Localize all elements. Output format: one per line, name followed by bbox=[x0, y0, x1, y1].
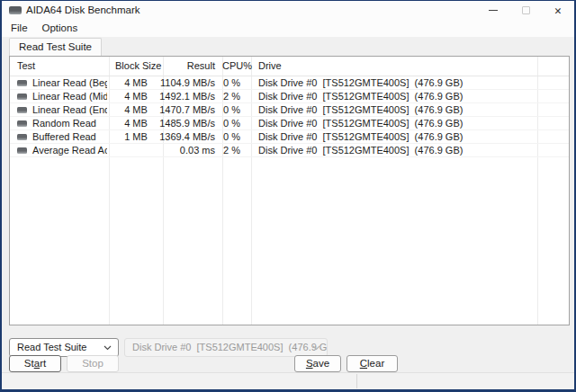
save-accel: S bbox=[306, 358, 313, 369]
window-inner: AIDA64 Disk Benchmark ✕ File Options Rea… bbox=[2, 1, 574, 389]
test-name: Random Read bbox=[32, 117, 96, 129]
table-row[interactable]: Linear Read (Middle) 4 MB 1492.1 MB/s 2 … bbox=[10, 90, 569, 103]
col-header-block-size[interactable]: Block Size bbox=[115, 57, 161, 76]
test-cell: Buffered Read bbox=[17, 130, 107, 143]
drive-cell: Disk Drive #0 [TS512GMTE400S] (476.9 GB) bbox=[258, 144, 564, 156]
drive-select-disabled: Disk Drive #0 [TS512GMTE400S] (476.9 GB) bbox=[124, 338, 328, 357]
test-name: Linear Read (End) bbox=[32, 103, 107, 116]
clear-label: lear bbox=[367, 358, 384, 369]
chevron-down-icon bbox=[104, 345, 112, 351]
table-row[interactable]: Random Read 4 MB 1485.9 MB/s 0 % Disk Dr… bbox=[10, 117, 569, 130]
test-name: Linear Read (Begin) bbox=[32, 76, 107, 89]
col-header-test[interactable]: Test bbox=[17, 57, 35, 76]
test-suite-select[interactable]: Read Test Suite bbox=[9, 338, 119, 357]
stop-label: Stop bbox=[82, 358, 104, 369]
table-row[interactable]: Average Read Access 0.03 ms 2 % Disk Dri… bbox=[10, 144, 569, 157]
menu-options[interactable]: Options bbox=[35, 20, 86, 37]
table-header: Test Block Size Result CPU% Drive bbox=[10, 57, 569, 76]
benchmark-table: Test Block Size Result CPU% Drive Linear… bbox=[9, 56, 570, 325]
stop-button: Stop bbox=[67, 355, 119, 372]
disk-icon bbox=[17, 147, 27, 154]
test-name: Buffered Read bbox=[32, 130, 96, 143]
drive-cell: Disk Drive #0 [TS512GMTE400S] (476.9 GB) bbox=[258, 90, 564, 102]
start-label: rt bbox=[40, 358, 46, 369]
test-suite-value: Read Test Suite bbox=[17, 339, 86, 356]
window-controls: ✕ bbox=[477, 1, 574, 20]
test-name: Average Read Access bbox=[32, 144, 107, 156]
cpu-cell: 0 % bbox=[181, 103, 240, 116]
cpu-cell: 0 % bbox=[181, 130, 240, 143]
test-cell: Linear Read (Begin) bbox=[17, 76, 107, 89]
app-window: AIDA64 Disk Benchmark ✕ File Options Rea… bbox=[0, 0, 576, 392]
window-title: AIDA64 Disk Benchmark bbox=[26, 1, 140, 20]
maximize-icon bbox=[522, 6, 530, 14]
chevron-down-icon bbox=[312, 345, 320, 351]
status-bar bbox=[2, 372, 574, 389]
save-label: ave bbox=[313, 358, 330, 369]
close-icon: ✕ bbox=[554, 5, 562, 16]
disk-icon bbox=[17, 80, 27, 86]
test-name: Linear Read (Middle) bbox=[32, 90, 107, 102]
tab-read-test-suite[interactable]: Read Test Suite bbox=[9, 38, 102, 56]
minimize-icon bbox=[489, 10, 498, 11]
col-header-drive[interactable]: Drive bbox=[258, 57, 282, 76]
status-bar-divider bbox=[356, 374, 357, 388]
clear-button[interactable]: Clear bbox=[346, 355, 398, 372]
maximize-button bbox=[509, 1, 542, 20]
col-header-cpu[interactable]: CPU% bbox=[222, 57, 247, 76]
drive-cell: Disk Drive #0 [TS512GMTE400S] (476.9 GB) bbox=[258, 76, 564, 89]
titlebar: AIDA64 Disk Benchmark ✕ bbox=[2, 1, 574, 20]
cpu-cell: 0 % bbox=[181, 76, 240, 89]
minimize-button[interactable] bbox=[477, 1, 509, 20]
cpu-cell: 2 % bbox=[181, 90, 240, 102]
col-header-result[interactable]: Result bbox=[163, 57, 215, 76]
drive-cell: Disk Drive #0 [TS512GMTE400S] (476.9 GB) bbox=[258, 103, 564, 116]
table-body: Linear Read (Begin) 4 MB 1104.9 MB/s 0 %… bbox=[10, 76, 569, 157]
test-cell: Linear Read (End) bbox=[17, 103, 107, 116]
drive-select-value: Disk Drive #0 [TS512GMTE400S] (476.9 GB) bbox=[132, 339, 328, 356]
disk-icon bbox=[17, 134, 27, 140]
menu-file[interactable]: File bbox=[4, 20, 35, 37]
disk-icon bbox=[17, 120, 27, 127]
disk-icon bbox=[17, 94, 27, 100]
start-button[interactable]: Start bbox=[9, 355, 61, 372]
table-row[interactable]: Linear Read (End) 4 MB 1470.7 MB/s 0 % D… bbox=[10, 103, 569, 117]
test-cell: Linear Read (Middle) bbox=[17, 90, 107, 102]
menubar: File Options bbox=[2, 20, 574, 37]
start-label: St bbox=[24, 358, 34, 369]
drive-cell: Disk Drive #0 [TS512GMTE400S] (476.9 GB) bbox=[258, 117, 564, 129]
app-disk-icon[interactable] bbox=[9, 6, 22, 14]
cpu-cell: 0 % bbox=[181, 117, 240, 129]
disk-icon bbox=[17, 107, 27, 113]
table-row[interactable]: Linear Read (Begin) 4 MB 1104.9 MB/s 0 %… bbox=[10, 76, 569, 90]
cpu-cell: 2 % bbox=[181, 144, 240, 156]
clear-accel: C bbox=[360, 358, 367, 369]
drive-cell: Disk Drive #0 [TS512GMTE400S] (476.9 GB) bbox=[258, 130, 564, 143]
test-cell: Random Read bbox=[17, 117, 107, 129]
test-cell: Average Read Access bbox=[17, 144, 107, 156]
close-button[interactable]: ✕ bbox=[542, 1, 574, 20]
table-row[interactable]: Buffered Read 1 MB 1369.4 MB/s 0 % Disk … bbox=[10, 130, 569, 144]
save-button[interactable]: Save bbox=[294, 355, 341, 372]
